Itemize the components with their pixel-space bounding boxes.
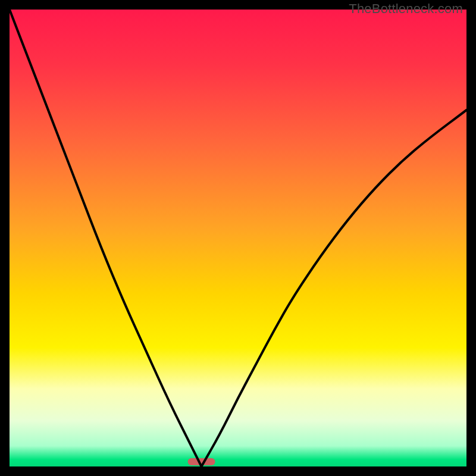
chart-frame	[10, 10, 466, 466]
watermark-text: TheBottleneck.com	[349, 1, 463, 17]
bottleneck-chart	[10, 10, 466, 466]
